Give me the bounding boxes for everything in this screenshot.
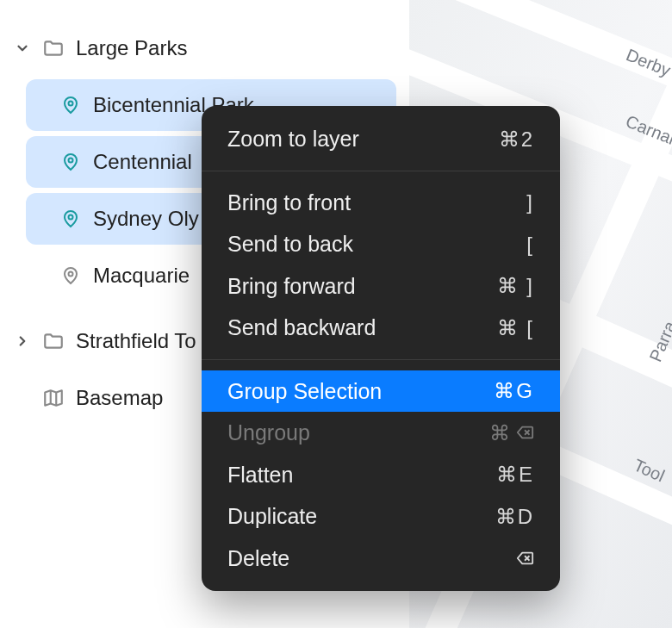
backspace-icon — [515, 549, 534, 568]
menu-item-label: Delete — [227, 544, 289, 573]
svg-point-3 — [69, 272, 73, 277]
menu-item-ungroup: Ungroup ⌘ — [202, 412, 560, 454]
menu-item-label: Send to back — [227, 230, 353, 258]
menu-item-shortcut: ⌘ ] — [497, 272, 534, 299]
folder-icon — [41, 37, 65, 59]
menu-item-duplicate[interactable]: Duplicate ⌘D — [202, 495, 560, 538]
pin-icon — [59, 265, 83, 286]
menu-item-label: Group Selection — [227, 377, 382, 406]
menu-item-label: Flatten — [227, 461, 293, 489]
menu-item-label: Zoom to layer — [227, 125, 359, 153]
menu-item-label: Bring forward — [227, 272, 356, 301]
menu-item-shortcut: ⌘D — [495, 503, 534, 530]
map-label-derby: Derby S — [623, 45, 672, 86]
menu-item-bring-forward[interactable]: Bring forward ⌘ ] — [202, 265, 560, 308]
menu-item-shortcut: ⌘G — [494, 377, 534, 404]
menu-item-shortcut: ] — [526, 189, 534, 215]
pin-icon — [59, 208, 83, 229]
backspace-icon — [515, 423, 534, 442]
svg-point-2 — [69, 215, 73, 220]
menu-item-label: Duplicate — [227, 502, 317, 531]
menu-item-send-to-back[interactable]: Send to back [ — [202, 223, 560, 265]
chevron-down-icon — [14, 40, 31, 56]
pin-icon — [59, 95, 83, 115]
menu-item-flatten[interactable]: Flatten ⌘E — [202, 454, 560, 496]
context-menu: Zoom to layer ⌘2 Bring to front ] Send t… — [202, 106, 560, 591]
menu-item-label: Bring to front — [227, 189, 351, 217]
menu-item-send-backward[interactable]: Send backward ⌘ [ — [202, 307, 560, 349]
tree-group-label: Large Parks — [76, 36, 391, 60]
menu-item-delete[interactable]: Delete — [202, 538, 560, 580]
pin-icon — [59, 152, 83, 172]
menu-item-shortcut: ⌘ — [489, 420, 534, 446]
map-icon — [41, 387, 65, 409]
menu-item-zoom-to-layer[interactable]: Zoom to layer ⌘2 — [202, 118, 560, 160]
tree-group-large-parks[interactable]: Large Parks — [9, 22, 396, 74]
menu-item-label: Send backward — [227, 314, 376, 342]
menu-item-shortcut: ⌘E — [496, 461, 534, 488]
menu-item-bring-to-front[interactable]: Bring to front ] — [202, 182, 560, 224]
menu-item-shortcut: ⌘ [ — [497, 314, 534, 341]
svg-point-0 — [69, 102, 73, 106]
svg-marker-4 — [45, 390, 62, 405]
chevron-right-icon — [14, 333, 31, 349]
folder-icon — [41, 330, 65, 352]
menu-item-group-selection[interactable]: Group Selection ⌘G — [202, 370, 560, 413]
menu-separator — [202, 359, 560, 360]
menu-item-shortcut: [ — [526, 231, 534, 258]
menu-separator — [202, 171, 560, 171]
menu-item-label: Ungroup — [227, 419, 310, 447]
svg-point-1 — [69, 159, 73, 163]
menu-item-shortcut: ⌘2 — [499, 126, 534, 152]
menu-item-shortcut — [515, 549, 534, 568]
